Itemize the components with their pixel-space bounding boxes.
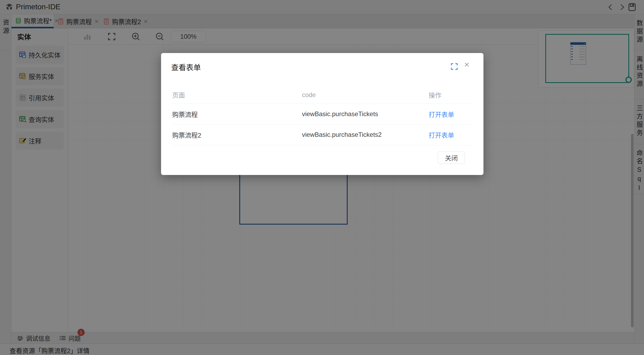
forms-table: 页面 code 操作 购票流程 viewBasic.purchaseTicket…: [172, 86, 474, 145]
cell-page: 购票流程: [172, 104, 302, 124]
table-row: 购票流程2 viewBasic.purchaseTickets2 打开表单: [172, 124, 474, 145]
primeton-ide-window: Primeton-IDE 资源 购票流程* ×: [0, 0, 644, 355]
cell-page: 购票流程2: [172, 124, 302, 145]
column-header-page: 页面: [172, 86, 302, 104]
fullscreen-icon[interactable]: [450, 63, 458, 71]
dialog-title: 查看表单: [171, 62, 201, 72]
open-form-link[interactable]: 打开表单: [429, 111, 454, 118]
open-form-link[interactable]: 打开表单: [429, 132, 454, 139]
view-form-dialog: 查看表单 × 页面 code 操作 购票流程 viewBasic.purchas…: [161, 53, 483, 175]
cell-code: viewBasic.purchaseTickets: [302, 104, 429, 124]
column-header-action: 操作: [429, 86, 474, 104]
close-icon[interactable]: ×: [464, 60, 469, 69]
close-button[interactable]: 关闭: [438, 151, 465, 164]
table-header-row: 页面 code 操作: [172, 86, 474, 104]
cell-code: viewBasic.purchaseTickets2: [302, 124, 429, 145]
column-header-code: code: [302, 86, 429, 104]
table-row: 购票流程 viewBasic.purchaseTickets 打开表单: [172, 104, 474, 124]
